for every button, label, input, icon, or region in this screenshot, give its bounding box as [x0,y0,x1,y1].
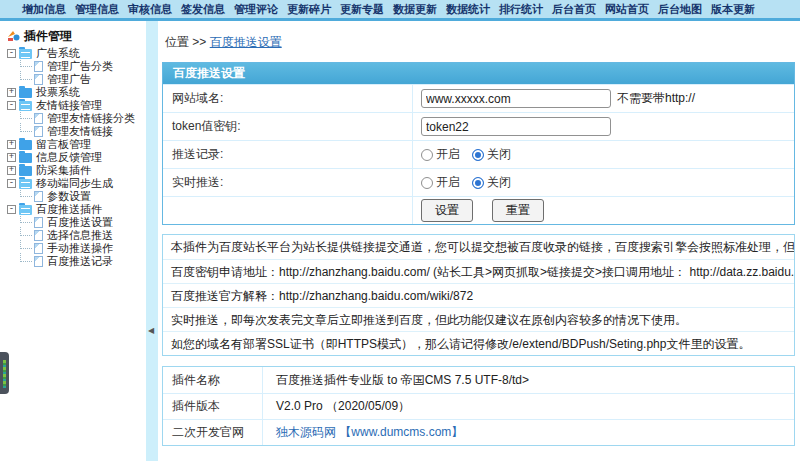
nav-item-更新碎片[interactable]: 更新碎片 [287,2,331,17]
top-nav-bar: 增加信息管理信息审核信息签发信息管理评论更新碎片更新专题数据更新数据统计排行统计… [0,0,800,21]
folder-open-icon [19,101,32,111]
nav-item-排行统计[interactable]: 排行统计 [499,2,543,17]
activity-meter-bars [3,360,6,388]
token-field-cell [413,113,794,140]
collapse-toggle-icon[interactable]: - [7,179,16,188]
sidebar-item-label: 百度推送记录 [47,254,113,269]
nav-item-网站首页[interactable]: 网站首页 [605,2,649,17]
folder-open-icon [19,49,32,59]
nav-item-管理信息[interactable]: 管理信息 [75,2,119,17]
page-body: 插件管理 -广告系统管理广告分类管理广告+投票系统-友情链接管理管理友情链接分类… [0,21,800,461]
radio-label: 开启 [436,174,460,191]
nav-item-管理评论[interactable]: 管理评论 [234,2,278,17]
info-row-label: 插件版本 [163,394,263,419]
form-row-record-push: 推送记录: 开启 关闭 [163,140,794,168]
info-row-插件名称: 插件名称百度推送插件专业版 to 帝国CMS 7.5 UTF-8/td> [163,367,794,393]
nav-item-数据更新[interactable]: 数据更新 [393,2,437,17]
info-row-二次开发官网: 二次开发官网独木源码网 【www.dumcms.com】 [163,419,794,445]
radio-label: 开启 [436,146,460,163]
tree-connector [20,58,32,67]
realtime-push-off-radio[interactable]: 关闭 [472,174,511,191]
tree-connector [20,71,32,80]
page-icon [34,217,43,228]
realtime-push-on-radio[interactable]: 开启 [421,174,460,191]
form-row-realtime-push: 实时推送: 开启 关闭 [163,168,794,196]
description-line-4: 实时推送，即每次发表完文章后立即推送到百度，但此功能仅建议在原创内容较多的情况下… [163,307,794,331]
expand-toggle-icon[interactable]: + [7,166,16,175]
nav-item-数据统计[interactable]: 数据统计 [446,2,490,17]
sidebar-title: 插件管理 [0,28,146,44]
sidebar-collapse-divider[interactable]: ◀ [146,21,158,461]
breadcrumb-current-link[interactable]: 百度推送设置 [210,35,282,49]
collapse-toggle-icon[interactable]: - [7,205,16,214]
realtime-push-field-cell: 开启 关闭 [413,169,794,196]
page-icon [34,191,43,202]
tree-connector [20,227,32,236]
description-line-1: 本插件为百度站长平台为站长提供链接提交通道，您可以提交想被百度收录的链接，百度搜… [163,235,794,259]
nav-item-增加信息[interactable]: 增加信息 [22,2,66,17]
nav-item-更新专题[interactable]: 更新专题 [340,2,384,17]
folder-icon [19,88,32,98]
expand-toggle-icon[interactable]: + [7,88,16,97]
record-push-on-radio[interactable]: 开启 [421,146,460,163]
radio-icon[interactable] [472,177,484,189]
page-icon [34,74,43,85]
activity-meter-widget [0,352,9,394]
page-icon [34,256,43,267]
tree-connector [20,240,32,249]
plugin-info-panel: 插件名称百度推送插件专业版 to 帝国CMS 7.5 UTF-8/td>插件版本… [162,366,795,446]
form-row-domain: 网站域名: 不需要带http:// [163,84,794,112]
realtime-push-label: 实时推送: [163,169,413,196]
domain-input[interactable] [421,89,611,108]
settings-panel-title: 百度推送设置 [163,63,794,84]
sidebar-tree: -广告系统管理广告分类管理广告+投票系统-友情链接管理管理友情链接分类管理友情链… [0,47,146,268]
page-icon [34,126,43,137]
folder-open-icon [19,205,32,215]
domain-hint: 不需要带http:// [617,90,695,107]
form-row-buttons: 设置 重置 [163,196,794,224]
submit-button[interactable]: 设置 [421,199,473,222]
sidebar-item-百度推送记录[interactable]: 百度推送记录 [0,255,146,268]
empty-label-cell [163,197,413,224]
sidebar: 插件管理 -广告系统管理广告分类管理广告+投票系统-友情链接管理管理友情链接分类… [0,21,146,461]
record-push-label: 推送记录: [163,141,413,168]
folder-icon [19,153,32,163]
buttons-cell: 设置 重置 [413,197,794,224]
folder-open-icon [19,179,32,189]
info-row-label: 插件名称 [163,367,263,393]
info-row-label: 二次开发官网 [163,420,263,445]
token-label: token值密钥: [163,113,413,140]
record-push-off-radio[interactable]: 关闭 [472,146,511,163]
nav-item-签发信息[interactable]: 签发信息 [181,2,225,17]
nav-item-审核信息[interactable]: 审核信息 [128,2,172,17]
radio-label: 关闭 [487,174,511,191]
folder-icon [19,166,32,176]
nav-item-后台地图[interactable]: 后台地图 [658,2,702,17]
token-input[interactable] [421,117,611,136]
description-line-3: 百度推送官方解释：http://zhanzhang.baidu.com/wiki… [163,283,794,307]
expand-toggle-icon[interactable]: + [7,140,16,149]
dev-site-link[interactable]: 独木源码网 【www.dumcms.com】 [263,420,794,445]
sidebar-title-label: 插件管理 [24,28,72,45]
expand-toggle-icon[interactable]: + [7,153,16,162]
page-icon [34,230,43,241]
radio-icon[interactable] [472,149,484,161]
description-panel: 本插件为百度站长平台为站长提供链接提交通道，您可以提交想被百度收录的链接，百度搜… [162,234,795,356]
folder-icon [19,140,32,150]
nav-item-后台首页[interactable]: 后台首页 [552,2,596,17]
tree-connector [20,123,32,132]
radio-icon[interactable] [421,149,433,161]
description-line-2: 百度密钥申请地址：http://zhanzhang.baidu.com/ (站长… [163,259,794,283]
domain-field-cell: 不需要带http:// [413,85,794,112]
reset-button[interactable]: 重置 [492,199,544,222]
collapse-arrow-icon[interactable]: ◀ [148,326,154,335]
nav-item-版本更新[interactable]: 版本更新 [711,2,755,17]
collapse-toggle-icon[interactable]: - [7,101,16,110]
radio-icon[interactable] [421,177,433,189]
page-icon [34,243,43,254]
page-icon [34,61,43,72]
breadcrumb-prefix: 位置 >> [165,35,206,49]
collapse-toggle-icon[interactable]: - [7,49,16,58]
info-row-value: V2.0 Pro （2020/05/09） [263,394,794,419]
domain-label: 网站域名: [163,85,413,112]
